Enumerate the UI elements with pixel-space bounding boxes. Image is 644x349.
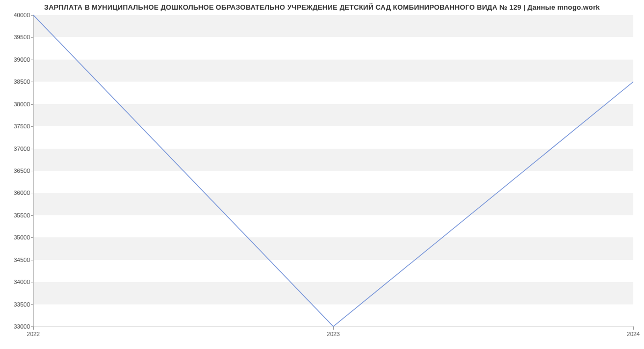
y-tick-label: 39500	[13, 34, 33, 40]
x-tick-mark	[633, 326, 634, 330]
chart-container: ЗАРПЛАТА В МУНИЦИПАЛЬНОЕ ДОШКОЛЬНОЕ ОБРА…	[0, 0, 644, 349]
y-tick-label: 37500	[13, 123, 33, 129]
y-tick-label: 35500	[13, 212, 33, 219]
chart-title: ЗАРПЛАТА В МУНИЦИПАЛЬНОЕ ДОШКОЛЬНОЕ ОБРА…	[0, 3, 644, 11]
y-tick-label: 39000	[13, 56, 33, 63]
x-tick-mark	[333, 326, 334, 330]
plot-area: 3300033500340003450035000355003600036500…	[33, 15, 633, 326]
y-tick-label: 40000	[13, 12, 33, 18]
y-tick-label: 36500	[13, 168, 33, 174]
y-tick-label: 35000	[13, 234, 33, 241]
y-tick-label: 33500	[13, 301, 33, 308]
series-line	[33, 15, 633, 326]
y-tick-label: 34000	[13, 279, 33, 285]
x-tick-mark	[33, 326, 34, 330]
y-tick-label: 38500	[13, 78, 33, 85]
y-tick-label: 36000	[13, 190, 33, 196]
y-tick-label: 38000	[13, 101, 33, 107]
y-tick-label: 37000	[13, 146, 33, 152]
y-tick-label: 34500	[13, 257, 33, 263]
line-layer	[33, 15, 633, 326]
